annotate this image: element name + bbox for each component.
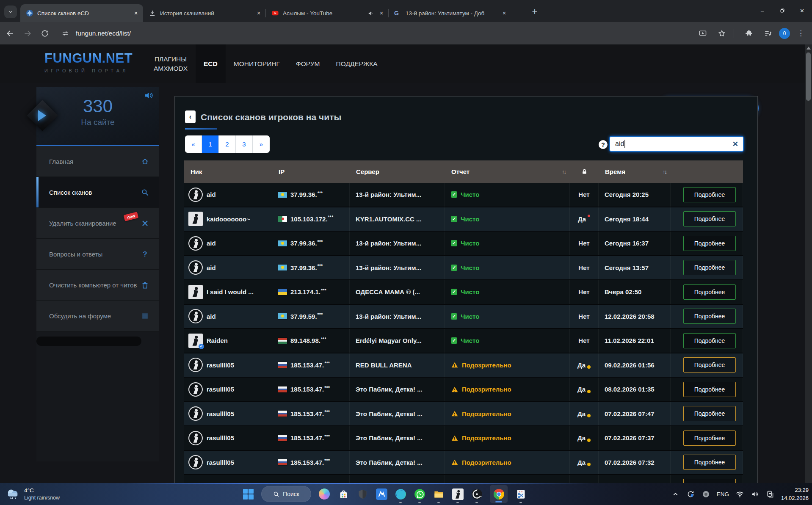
snipping-tool-icon[interactable] xyxy=(515,488,527,500)
toolbar-divider xyxy=(734,29,734,38)
tray-onedrive-icon[interactable] xyxy=(702,490,710,499)
address-bar-url[interactable]: fungun.net/ecd/list/ xyxy=(76,30,131,37)
pagination-item[interactable]: 2 xyxy=(219,135,236,153)
tray-sync-icon[interactable] xyxy=(686,490,695,499)
sort-arrows-icon[interactable]: ↑↓ xyxy=(663,168,671,175)
bookmark-button[interactable] xyxy=(715,26,729,41)
site-logo-subtitle: ИГРОВОЙ ПОРТАЛ xyxy=(44,68,133,73)
tab-audio-icon[interactable] xyxy=(367,10,375,17)
page-back-button[interactable]: ‹ xyxy=(185,110,196,123)
nav-item-support[interactable]: ПОДДЕРЖКА xyxy=(328,44,386,83)
media-controls-button[interactable] xyxy=(761,26,775,41)
sidebar-item-home[interactable]: Главная xyxy=(36,146,159,177)
server-name: ОДЕССА МАМА © (... xyxy=(356,288,420,295)
page-scrollbar[interactable] xyxy=(805,44,812,483)
afterburner-icon[interactable] xyxy=(471,488,483,500)
tray-chevron-up-icon[interactable] xyxy=(671,490,680,499)
forward-button[interactable] xyxy=(20,26,35,41)
ip-mask: *** xyxy=(318,263,323,268)
tab-title: Список сканов eCD xyxy=(37,10,130,17)
install-app-button[interactable] xyxy=(696,26,710,41)
microsoft-store-icon[interactable] xyxy=(337,488,349,500)
site-logo[interactable]: FUNGUN.NET ИГРОВОЙ ПОРТАЛ xyxy=(44,51,133,73)
details-button[interactable]: Подробнее xyxy=(683,260,736,275)
ip-cell: 37.99.36.*** xyxy=(272,183,350,207)
taskbar-clock[interactable]: 23:29 14.02.2026 xyxy=(781,486,809,502)
tab-close-icon[interactable]: ✕ xyxy=(500,9,508,17)
speaker-icon[interactable] xyxy=(144,91,154,100)
nav-item-forum[interactable]: ФОРУМ xyxy=(288,44,328,83)
nav-item-monitoring[interactable]: МОНИТОРИНГ xyxy=(226,44,288,83)
server-name: KYR1.AUTOMIX.CC ... xyxy=(356,215,422,223)
sidebar-item-delete-scan[interactable]: Удалить сканированиеnew xyxy=(36,208,159,239)
player-nick: rasullll05 xyxy=(207,434,234,442)
nav-item-ecd[interactable]: ECD xyxy=(196,44,226,83)
counter-strike-icon[interactable] xyxy=(452,488,464,500)
shield-app-icon[interactable] xyxy=(356,488,368,500)
scrollbar-up-arrow[interactable] xyxy=(806,47,811,50)
pagination-item[interactable]: « xyxy=(185,135,202,153)
status-label: Чисто xyxy=(461,313,479,320)
column-header-отчет[interactable]: Отчет↑↓ xyxy=(445,160,570,183)
profile-avatar[interactable]: 0 xyxy=(779,28,790,39)
browser-tab[interactable]: Асылым - YouTube✕ xyxy=(266,4,389,22)
details-button[interactable]: Подробнее xyxy=(683,284,736,300)
window-minimize-button[interactable]: – xyxy=(752,0,772,21)
tab-search-button[interactable] xyxy=(4,6,17,18)
notifications-icon[interactable] xyxy=(766,490,775,499)
file-explorer-icon[interactable] xyxy=(433,488,445,500)
details-button[interactable]: Подробнее xyxy=(683,406,736,421)
sidebar-item-faq[interactable]: Вопросы и ответы? xyxy=(36,239,159,270)
m-app-icon[interactable] xyxy=(376,488,387,500)
chrome-icon[interactable] xyxy=(490,485,508,503)
pagination-item[interactable]: » xyxy=(253,135,270,153)
back-button[interactable] xyxy=(3,26,17,41)
country-flag-hu-icon xyxy=(278,338,287,344)
nav-item-plugins[interactable]: ПЛАГИНЫ AMXMODX xyxy=(146,44,196,83)
sidebar-item-scan-list[interactable]: Список сканов xyxy=(36,177,159,208)
taskbar-search[interactable]: Поиск xyxy=(261,486,311,502)
details-button[interactable]: Подробнее xyxy=(683,309,736,324)
browser-tab[interactable]: История скачиваний✕ xyxy=(143,4,266,22)
pagination-item[interactable]: 3 xyxy=(236,135,253,153)
details-button[interactable]: Подробнее xyxy=(683,382,736,397)
details-button[interactable]: Подробнее xyxy=(683,187,736,202)
extensions-button[interactable] xyxy=(742,26,756,41)
clear-search-icon[interactable]: ✕ xyxy=(732,140,738,149)
wifi-icon[interactable] xyxy=(735,490,744,499)
browser-tab[interactable]: Список сканов eCD✕ xyxy=(20,4,143,22)
details-button[interactable]: Подробнее xyxy=(683,455,736,470)
site-info-button[interactable] xyxy=(59,27,72,40)
sort-arrows-icon[interactable]: ↑↓ xyxy=(562,168,570,175)
details-button[interactable]: Подробнее xyxy=(683,333,736,348)
window-close-button[interactable]: ✕ xyxy=(792,0,812,21)
help-icon[interactable]: ? xyxy=(599,140,608,149)
tab-close-icon[interactable]: ✕ xyxy=(255,9,262,17)
window-restore-button[interactable] xyxy=(772,0,792,21)
details-button[interactable]: Подробнее xyxy=(683,430,736,446)
tab-close-icon[interactable]: ✕ xyxy=(378,9,385,17)
copilot-icon[interactable] xyxy=(318,488,330,500)
scrollbar-thumb[interactable] xyxy=(806,52,811,101)
column-header-время[interactable]: Время↑↓ xyxy=(599,160,671,183)
browser-menu-button[interactable]: ⋮ xyxy=(794,29,808,38)
details-button[interactable]: Подробнее xyxy=(683,211,736,226)
sidebar-item-clean-pc[interactable]: Очистить компьютер от читов xyxy=(36,270,159,301)
sidebar-item-forum-discuss[interactable]: Обсудить на форуме xyxy=(36,301,159,331)
trash-icon xyxy=(141,281,149,289)
tab-close-icon[interactable]: ✕ xyxy=(132,9,140,17)
start-button-icon[interactable] xyxy=(242,488,254,500)
taskbar-weather-widget[interactable]: 4°C Light rain/snow xyxy=(6,483,60,505)
volume-icon[interactable] xyxy=(751,490,760,499)
details-button[interactable]: Подробнее xyxy=(683,236,736,251)
browser-tab[interactable]: G13-й район: Ультиматум - Доб✕ xyxy=(389,4,511,22)
tray-language-indicator[interactable]: ENG xyxy=(717,491,729,497)
new-tab-button[interactable]: + xyxy=(528,6,541,18)
pagination-item[interactable]: 1 xyxy=(202,135,219,153)
search-input[interactable]: aid ✕ xyxy=(609,136,744,152)
whatsapp-icon[interactable] xyxy=(414,488,425,500)
reload-button[interactable] xyxy=(38,26,52,41)
edge-icon[interactable] xyxy=(395,488,406,500)
details-button[interactable]: Подробнее xyxy=(683,357,736,373)
report-cell: ✓Чисто xyxy=(445,329,570,353)
